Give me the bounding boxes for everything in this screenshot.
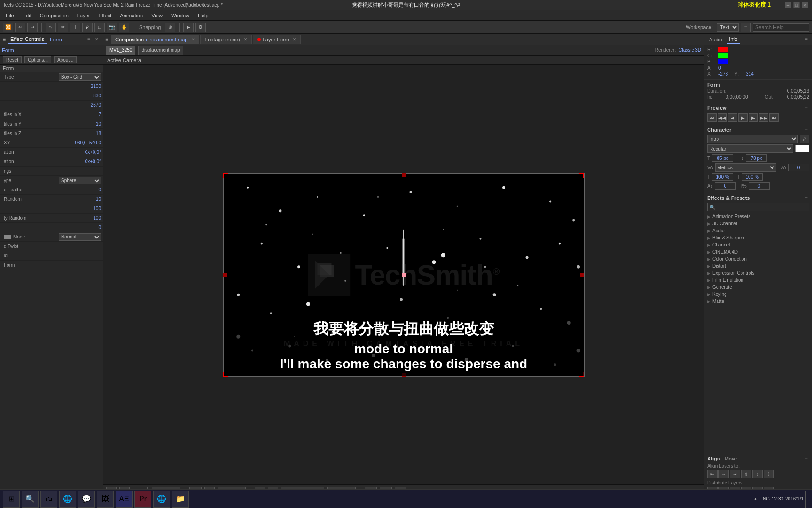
align-right-btn[interactable]: ⇥ (730, 470, 740, 478)
align-bottom-btn[interactable]: ⇩ (764, 470, 774, 478)
handle-left-mid[interactable] (223, 273, 227, 277)
align-vcenter-btn[interactable]: ↕ (752, 470, 763, 478)
prev-step-fwd-btn[interactable]: ▶ (749, 113, 758, 122)
tb-ae-btn[interactable]: AE (116, 491, 133, 508)
preview-menu[interactable]: ≡ (804, 105, 809, 111)
tb-explorer-btn[interactable]: 🗂 (40, 491, 57, 508)
tool-btn-1[interactable]: 🔀 (3, 23, 13, 32)
tb-photos-btn[interactable]: 🖼 (97, 491, 114, 508)
tb-start-btn[interactable]: ⊞ (3, 491, 20, 508)
render-btn[interactable]: ▶ (183, 23, 194, 32)
align-left-btn[interactable]: ⇤ (707, 470, 718, 478)
handle-top-left[interactable] (223, 173, 228, 178)
camera-tool[interactable]: 📷 (107, 23, 117, 32)
handle-center[interactable] (402, 273, 406, 277)
maximize-btn[interactable]: □ (793, 2, 800, 8)
settings-btn[interactable]: ⚙ (195, 23, 206, 32)
font-size-input[interactable] (712, 154, 733, 162)
ep-animation-presets[interactable]: ▶ Animation Presets (707, 213, 809, 220)
tab-layer-close[interactable]: ✕ (293, 37, 297, 42)
pen-tool[interactable]: ✏ (58, 23, 68, 32)
tb-browser2-btn[interactable]: 🌐 (153, 491, 170, 508)
ec-color-swatch[interactable] (4, 235, 11, 239)
ep-3d-channel[interactable]: ▶ 3D Channel (707, 220, 809, 227)
kerning-dropdown[interactable]: Metrics (715, 163, 777, 172)
tb-pr-btn[interactable]: Pr (134, 491, 151, 508)
tracking-input[interactable] (788, 164, 809, 171)
viewer-sub-tab-2[interactable]: displacement map (138, 46, 183, 55)
vscale-input[interactable] (712, 173, 733, 181)
search-input[interactable] (753, 23, 809, 32)
menu-effect[interactable]: Effect (94, 12, 115, 19)
shape-tool[interactable]: □ (94, 23, 105, 32)
hand-tool[interactable]: ✋ (119, 23, 129, 32)
tab-composition[interactable]: Composition displacement.map ✕ (111, 35, 199, 44)
tab-footage-close[interactable]: ✕ (244, 37, 248, 42)
ep-color-correction[interactable]: ▶ Color Correction (707, 255, 809, 262)
tb-browser-btn[interactable]: 🌐 (59, 491, 76, 508)
minimize-btn[interactable]: ─ (785, 2, 791, 8)
viewer-sub-tab-1[interactable]: MV1_3250 (106, 46, 135, 55)
ep-expression-controls[interactable]: ▶ Expression Controls (707, 270, 809, 277)
tool-btn-2[interactable]: ↩ (15, 23, 25, 32)
menu-help[interactable]: Help (194, 12, 212, 19)
ep-keying[interactable]: ▶ Keying (707, 291, 809, 298)
snapping-btn[interactable]: ⊕ (165, 23, 175, 32)
reset-btn[interactable]: Reset (3, 56, 22, 64)
menu-layer[interactable]: Layer (73, 12, 94, 19)
ep-generate[interactable]: ▶ Generate (707, 284, 809, 291)
workspace-dropdown[interactable]: Text (717, 23, 739, 32)
tb-search-btn[interactable]: 🔍 (22, 491, 39, 508)
handle-top-mid[interactable] (402, 173, 406, 177)
ec-panel-close[interactable]: ✕ (94, 37, 100, 42)
tsume-input[interactable] (749, 182, 770, 190)
align-hcenter-btn[interactable]: ↔ (718, 470, 729, 478)
ep-menu[interactable]: ≡ (804, 196, 809, 201)
ep-cinema4d[interactable]: ▶ CINEMA 4D (707, 248, 809, 255)
menu-window[interactable]: Window (167, 12, 193, 19)
text-color-swatch[interactable] (795, 145, 809, 152)
align-top-btn[interactable]: ⇧ (741, 470, 751, 478)
ep-search-input[interactable] (707, 203, 809, 211)
tab-effect-controls[interactable]: Effect Controls (8, 35, 47, 44)
font-dropdown[interactable]: Intro (707, 135, 798, 143)
menu-file[interactable]: File (2, 12, 18, 19)
tool-btn-3[interactable]: ↪ (27, 23, 38, 32)
prev-last-btn[interactable]: ⏭ (769, 113, 779, 122)
about-btn[interactable]: About... (54, 56, 77, 64)
right-panel-menu[interactable]: ≡ (804, 37, 809, 42)
ec-mode-dropdown[interactable]: Normal (59, 233, 101, 241)
brush-tool[interactable]: 🖌 (82, 23, 93, 32)
handle-right-mid[interactable] (580, 273, 584, 277)
menu-edit[interactable]: Edit (19, 12, 35, 19)
ep-blur-sharpen[interactable]: ▶ Blur & Sharpen (707, 234, 809, 241)
select-tool[interactable]: ↖ (46, 23, 56, 32)
ep-audio[interactable]: ▶ Audio (707, 227, 809, 234)
tab-composition-close[interactable]: ✕ (191, 37, 195, 42)
prev-play-btn[interactable]: ▶ (738, 113, 748, 122)
close-btn[interactable]: ✕ (802, 2, 808, 8)
ep-distort[interactable]: ▶ Distort (707, 262, 809, 270)
prev-back-btn[interactable]: ◀◀ (718, 113, 727, 122)
font-picker-btn[interactable]: 🖊 (800, 135, 809, 143)
tb-mail-btn[interactable]: 💬 (78, 491, 95, 508)
tab-footage[interactable]: Footage (none) ✕ (200, 35, 251, 44)
prev-fwd-btn[interactable]: ▶▶ (759, 113, 768, 122)
ec-panel-menu[interactable]: ≡ (86, 37, 92, 42)
leading-input[interactable] (746, 154, 767, 162)
tab-layer[interactable]: Layer Form ✕ (253, 35, 301, 44)
text-tool[interactable]: T (70, 23, 80, 32)
menu-animation[interactable]: Animation (116, 12, 147, 19)
tb-desktop-btn[interactable] (805, 491, 809, 508)
options-btn[interactable]: Options... (24, 56, 51, 64)
style-dropdown[interactable]: Regular (707, 144, 793, 153)
tb-folder-btn[interactable]: 📁 (172, 491, 189, 508)
character-menu[interactable]: ≡ (804, 127, 809, 133)
ec-type-dropdown[interactable]: Box - Grid (59, 73, 101, 81)
workspace-adjust[interactable]: ≡ (741, 23, 751, 32)
ec-sphere-dropdown[interactable]: Sphere (59, 177, 101, 184)
ep-channel[interactable]: ▶ Channel (707, 241, 809, 248)
prev-step-back-btn[interactable]: ◀ (728, 113, 737, 122)
ep-film-emulation[interactable]: ▶ Film Emulation (707, 277, 809, 284)
prev-first-btn[interactable]: ⏮ (707, 113, 717, 122)
